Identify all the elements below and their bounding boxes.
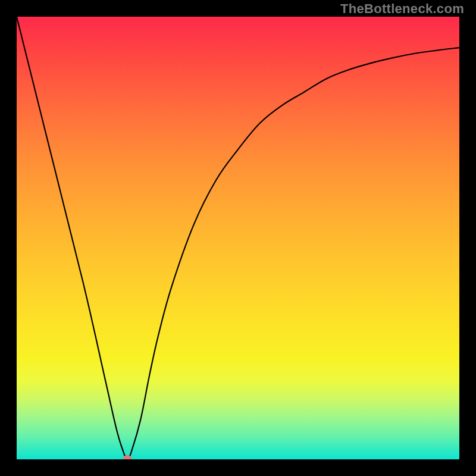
bottleneck-curve [17, 17, 459, 459]
plot-area [17, 17, 459, 459]
optimum-marker-icon [123, 455, 131, 459]
chart-frame: TheBottleneck.com [0, 0, 476, 476]
watermark-text: TheBottleneck.com [340, 1, 464, 17]
